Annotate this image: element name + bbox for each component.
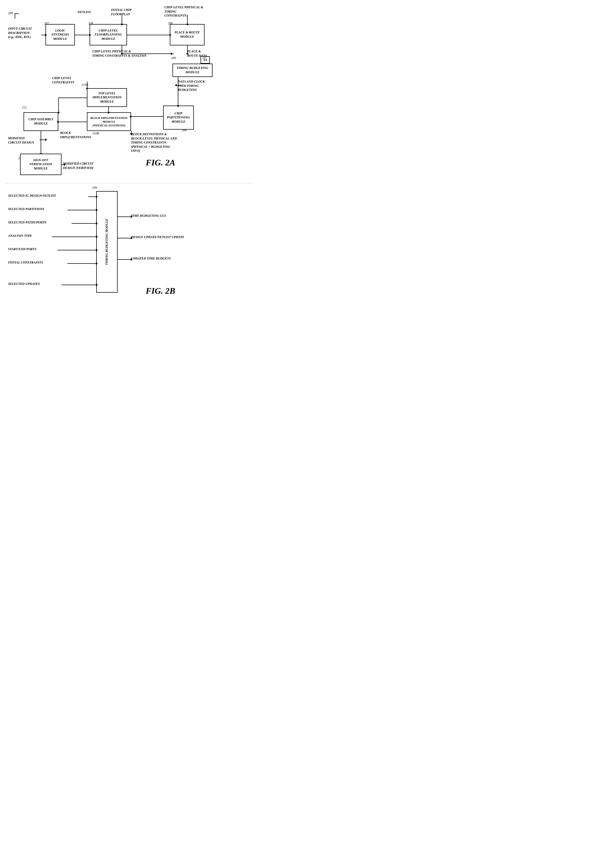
- arrow-floor-to-place: [127, 35, 170, 35]
- input-selected-partitions: SELECTED PARTITIONS: [8, 207, 44, 211]
- input-initial-constraints: INITIAL CONSTRAINTS: [8, 261, 43, 265]
- arrow-start-end: [58, 250, 96, 250]
- output-time-budgeting-gui: TIME BUDGETING GUI: [131, 214, 166, 218]
- ref-212: 212: [22, 105, 27, 110]
- arrow-constraints-right: [150, 53, 171, 54]
- arrow-floor-down: [122, 46, 122, 53]
- input-start-end-ports: START/END PORTS: [8, 247, 36, 251]
- logic-synthesis-module: LOGICSYNTHESISMODULE: [46, 24, 75, 46]
- arrow-design-update: [118, 238, 131, 239]
- arrow-place-down: [187, 46, 188, 53]
- arrow-floorplan-down: [122, 16, 122, 24]
- fig2b-label: FIG. 2B: [146, 286, 175, 296]
- ref-209-fig2b: 209: [92, 186, 97, 190]
- block-implementations-label: BLOCKIMPLEMENTATIONS: [60, 131, 87, 139]
- arrow-assembly-to-signoff: [41, 131, 41, 154]
- input-ic-design: SELECTED IC DESIGN/NETLIST: [8, 194, 56, 198]
- input-selected-updates: SELECTED UPDATES: [8, 282, 40, 286]
- ref-207: 207: [203, 55, 207, 59]
- chip-physical-timing-constraints-label: CHIP-LEVEL PHYSICAL & TIMINGCONSTRAINTS: [164, 5, 215, 18]
- arrow-paths: [72, 223, 96, 224]
- data-clock-path-label: DATA AND CLOCKPATH TIMINGBUDGETING: [178, 80, 215, 92]
- ref-210b: 210B: [92, 132, 99, 135]
- input-analysis-type: ANALYSIS TYPE: [8, 234, 32, 238]
- arrow-logic-to-floor: [75, 35, 90, 35]
- arrow-analysis: [52, 237, 96, 237]
- input-circuit-label: INPUT CIRCUITDESCRIPTION(e.g., HDL, RTL): [8, 27, 40, 39]
- netlist-label: NETLIST: [77, 10, 91, 14]
- arrow-selected-updates: [61, 285, 96, 285]
- ref-209-top: 209: [171, 56, 176, 60]
- line-top-to-assembly: [58, 97, 87, 98]
- arrow-to-assembly-down: [58, 97, 59, 112]
- arrow-top-to-block: [108, 107, 109, 112]
- arrow-timing-to-partition: [178, 77, 178, 105]
- place-route-module: PLACE & ROUTEMODULE: [170, 24, 204, 46]
- arrow-block-to-assembly: [58, 122, 87, 122]
- chip-assembly-module: CHIP ASSEMBLYMODULE: [24, 112, 58, 131]
- ref-208: 208: [182, 128, 187, 132]
- arrow-timing-to-data: [176, 85, 182, 86]
- block-impl-module: BLOCK IMPLEMENTATIONMODULE(PHYSICAL SYNT…: [87, 112, 131, 131]
- arrow-block-down-def: [131, 131, 132, 133]
- arrow-initial-constraints: [68, 263, 96, 264]
- ref-200: 200: [8, 11, 13, 15]
- arrow-ic-design: [88, 196, 96, 197]
- initial-chip-floorplan-label: INITIAL CHIPFLOORPLAN: [111, 8, 132, 16]
- modified-circuit-label: MODIFIEDCIRCUIT DESIGN: [8, 136, 38, 144]
- fig2a-label: FIG. 2A: [146, 158, 175, 168]
- output-design-update: DESIGN UPDATE/NETLIST UPDATE: [131, 235, 184, 239]
- timing-budgeting-module: TIMING BUDGETING MODULE: [173, 64, 212, 77]
- top-level-impl-module: TOP LEVELIMPLEMENTATIONMODULE: [87, 88, 127, 107]
- signoff-verification-module: SIGN-OFFVERIFICATIONMODULE: [20, 154, 61, 175]
- arrow-partition-to-block: [131, 116, 163, 117]
- timing-budgeting-module-2b: TIMING BUDGETING MODULE: [96, 191, 118, 293]
- page: 200 NETLIST INITIAL CHIPFLOORPLAN CHIP-L…: [0, 0, 257, 358]
- arrow-time-gui: [118, 217, 131, 217]
- arrow-signoff-to-verified: [61, 164, 64, 165]
- modified-circuit-verified-label: MODIFIED CIRCUITDESIGN (VERIFIED): [63, 162, 105, 170]
- ref-210a: 210A: [82, 83, 88, 87]
- block-definitions-label: BLOCK DEFINITIONS &BLOCK-LEVEL PHYSICAL …: [131, 132, 179, 153]
- arrow-partitions: [68, 210, 96, 210]
- arrow-constraints-to-place: [187, 15, 188, 24]
- output-updated-budgets: UPDATED TIME BUDGETS: [131, 257, 171, 261]
- chip-floorplanning-module: CHIP-LEVELFLOORPLANNINGMODULE: [90, 24, 127, 46]
- chip-partitioning-module: CHIPPARTITIONINGMODULE: [163, 105, 194, 130]
- arrow-updated-budgets: [118, 259, 131, 260]
- arrow-input-to-logic: [41, 35, 46, 35]
- input-selected-paths: SELECTED PATHS/PORTS: [8, 220, 46, 225]
